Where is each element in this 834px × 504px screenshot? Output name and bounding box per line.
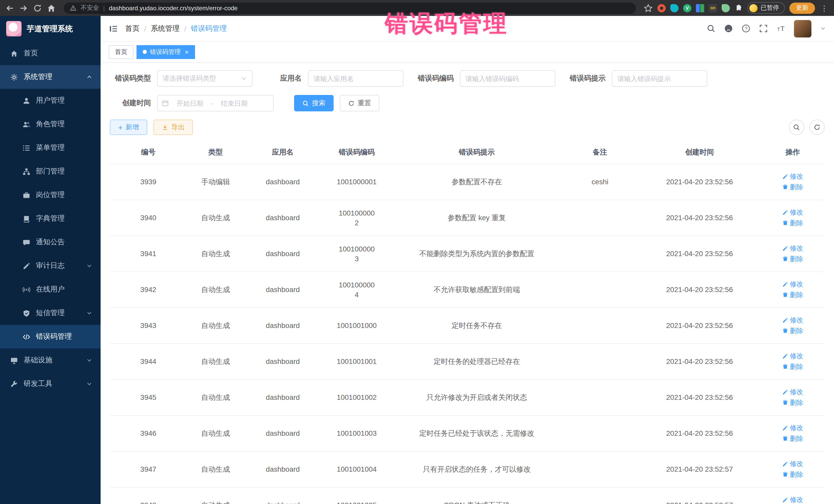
cell-code: 1001000001 xyxy=(321,164,392,200)
browser-forward-icon[interactable] xyxy=(19,3,28,13)
cell-type: 自动生成 xyxy=(187,487,244,504)
show-search-button[interactable] xyxy=(789,119,804,135)
tab-home[interactable]: 首页 xyxy=(109,45,133,59)
sidebar-item-infra[interactable]: 基础设施 xyxy=(0,349,101,372)
delete-link[interactable]: 删除 xyxy=(782,326,803,335)
sidebar-item-error-code[interactable]: 错误码管理 xyxy=(0,325,101,349)
browser-update-button[interactable]: 更新 xyxy=(789,2,815,14)
extension-green-icon[interactable]: V xyxy=(683,4,691,12)
edit-link[interactable]: 修改 xyxy=(782,423,803,433)
end-date-input[interactable] xyxy=(216,99,253,107)
edit-link[interactable]: 修改 xyxy=(782,459,803,468)
column-code: 错误码编码 xyxy=(321,141,392,164)
sidebar-item-menu[interactable]: 菜单管理 xyxy=(0,136,101,160)
sidebar-item-audit-log[interactable]: 审计日志 xyxy=(0,254,101,278)
bookmark-star-icon[interactable] xyxy=(643,3,653,13)
extensions-puzzle-icon[interactable] xyxy=(734,4,743,12)
table-row: 3941自动生成dashboard1001000003不能删除类型为系统内置的参… xyxy=(110,236,825,272)
help-icon[interactable]: ? xyxy=(742,24,750,33)
sidebar-item-post[interactable]: 岗位管理 xyxy=(0,183,101,207)
sidebar-item-dev-tools[interactable]: 研发工具 xyxy=(0,372,101,396)
tab-error-code[interactable]: 错误码管理 × xyxy=(136,45,195,59)
edit-link[interactable]: 修改 xyxy=(782,207,803,217)
edit-link-label: 修改 xyxy=(790,207,803,217)
app-name-input[interactable] xyxy=(308,70,403,87)
delete-link[interactable]: 删除 xyxy=(782,397,803,407)
cell-hint: 只允许修改为开启或者关闭状态 xyxy=(392,379,562,415)
cell-time: 2021-04-20 23:52:56 xyxy=(638,379,761,415)
extension-on-badge-icon[interactable]: on xyxy=(709,4,717,12)
font-size-icon[interactable]: TT xyxy=(776,24,785,33)
edit-link[interactable]: 修改 xyxy=(782,495,803,504)
paused-profile-chip[interactable]: 已暂停 xyxy=(747,2,785,14)
date-range-picker[interactable]: - xyxy=(157,95,273,111)
breadcrumb-system[interactable]: 系统管理 xyxy=(151,24,180,33)
delete-link[interactable]: 删除 xyxy=(782,254,803,264)
sidebar-item-system[interactable]: 系统管理 xyxy=(0,65,101,89)
start-date-input[interactable] xyxy=(171,99,208,107)
delete-link[interactable]: 删除 xyxy=(782,290,803,300)
delete-link[interactable]: 删除 xyxy=(782,434,803,443)
cell-code-line: 100100000 xyxy=(339,281,375,289)
extension-grid-icon[interactable] xyxy=(696,4,704,12)
error-type-select[interactable]: 请选择错误码类型 xyxy=(157,70,253,87)
sidebar-item-sms[interactable]: 短信管理 xyxy=(0,301,101,325)
browser-home-icon[interactable] xyxy=(47,3,56,13)
cell-app: dashboard xyxy=(244,415,321,452)
delete-link[interactable]: 删除 xyxy=(782,182,803,192)
delete-link[interactable]: 删除 xyxy=(782,361,803,371)
delete-link[interactable]: 删除 xyxy=(782,469,803,479)
edit-link[interactable]: 修改 xyxy=(782,171,803,181)
github-icon[interactable] xyxy=(724,24,733,33)
browser-back-icon[interactable] xyxy=(5,3,14,13)
avatar[interactable] xyxy=(794,20,811,37)
cell-app: dashboard xyxy=(244,164,321,200)
sidebar-item-online-user[interactable]: 在线用户 xyxy=(0,278,101,301)
cell-code: 1001001005 xyxy=(321,487,392,504)
profile-emoji-icon xyxy=(749,4,758,12)
edit-link[interactable]: 修改 xyxy=(782,279,803,289)
browser-menu-icon[interactable]: ⋮ xyxy=(820,4,829,12)
cell-hint: CRON 表达式不正确 xyxy=(392,487,562,504)
breadcrumb-home[interactable]: 首页 xyxy=(125,24,139,33)
sidebar-item-notice[interactable]: 通知公告 xyxy=(0,231,101,254)
delete-link[interactable]: 删除 xyxy=(782,218,803,227)
reset-button[interactable]: 重置 xyxy=(340,95,379,111)
refresh-table-button[interactable] xyxy=(809,119,825,135)
edit-link[interactable]: 修改 xyxy=(782,387,803,397)
sidebar-toggle-icon[interactable] xyxy=(109,24,118,32)
sidebar-item-role[interactable]: 角色管理 xyxy=(0,112,101,136)
cell-ops: 修改删除 xyxy=(761,379,825,415)
browser-refresh-icon[interactable] xyxy=(33,3,42,13)
tab-close-icon[interactable]: × xyxy=(185,48,189,56)
message-icon xyxy=(23,238,30,246)
filter-row-1: 错误码类型 请选择错误码类型 应用名 错误码编码 xyxy=(110,70,825,87)
extension-teal-icon[interactable] xyxy=(670,4,679,12)
sidebar-item-label: 审计日志 xyxy=(36,261,65,270)
sidebar-item-home[interactable]: 首页 xyxy=(0,42,101,65)
cell-hint: 不允许获取敏感配置到前端 xyxy=(392,272,562,308)
edit-link[interactable]: 修改 xyxy=(782,243,803,253)
briefcase-icon xyxy=(23,191,30,199)
add-button[interactable]: + 新增 xyxy=(110,119,147,135)
sidebar-item-label: 研发工具 xyxy=(24,379,52,389)
extension-leaf-icon[interactable] xyxy=(722,4,730,12)
search-icon[interactable] xyxy=(707,24,716,33)
sidebar-item-user[interactable]: 用户管理 xyxy=(0,89,101,112)
error-hint-input[interactable] xyxy=(612,70,707,87)
fullscreen-icon[interactable] xyxy=(759,24,768,33)
extension-red-icon[interactable] xyxy=(657,4,666,12)
edit-link[interactable]: 修改 xyxy=(782,351,803,361)
column-id: 编号 xyxy=(110,141,187,164)
export-button[interactable]: 导出 xyxy=(153,119,193,135)
edit-link[interactable]: 修改 xyxy=(782,315,803,325)
chevron-down-icon[interactable] xyxy=(820,26,826,31)
logo[interactable]: 芋道管理系统 xyxy=(0,16,101,42)
add-button-label: 新增 xyxy=(126,123,139,132)
address-bar[interactable]: 不安全 | dashboard.yudao.iocoder.cn/system/… xyxy=(64,2,636,14)
search-button[interactable]: 搜索 xyxy=(294,95,334,111)
error-code-input[interactable] xyxy=(460,70,555,87)
sidebar-item-dept[interactable]: 部门管理 xyxy=(0,160,101,183)
cell-time: 2021-04-20 23:52:56 xyxy=(638,200,761,236)
sidebar-item-dict[interactable]: 字典管理 xyxy=(0,207,101,231)
